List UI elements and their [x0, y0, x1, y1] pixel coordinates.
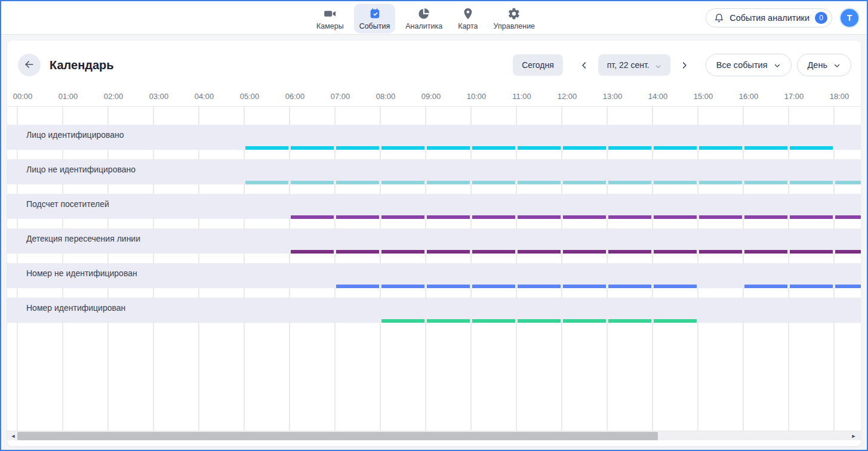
camera-icon	[324, 7, 337, 20]
hour-label: 11:00	[512, 92, 531, 101]
calendar-header: Календарь Сегодня пт, 22 сент. Все событ…	[7, 41, 861, 84]
hour-label: 13:00	[603, 92, 623, 101]
arrow-left-icon	[23, 58, 35, 72]
hour-label: 06:00	[285, 92, 305, 101]
nav-item-label: Управление	[494, 22, 535, 30]
nav-item-management[interactable]: Управление	[488, 4, 541, 33]
nav-item-map[interactable]: Карта	[453, 4, 483, 33]
pie-chart-icon	[417, 7, 430, 20]
nav-item-label: События	[359, 22, 390, 30]
analytics-events-button[interactable]: События аналитики 0	[706, 8, 832, 27]
hour-label: 14:00	[648, 92, 668, 101]
hour-label: 10:00	[467, 92, 487, 101]
grid-strip	[7, 150, 861, 159]
today-button[interactable]: Сегодня	[513, 54, 563, 76]
grid-strip	[7, 107, 861, 125]
topbar-right: События аналитики 0 T	[706, 8, 858, 27]
timeline: 00:0001:0002:0003:0004:0005:0006:0007:00…	[7, 41, 861, 446]
avatar[interactable]: T	[841, 9, 858, 27]
events-filter-dropdown[interactable]: Все события	[706, 54, 792, 76]
event-row: Номер идентифицирован	[7, 298, 861, 323]
event-row-label: Подсчет посетителей	[26, 199, 109, 209]
event-row-label: Лицо не идентифицировано	[26, 165, 136, 174]
hour-label: 15:00	[694, 92, 713, 101]
map-pin-icon	[461, 7, 475, 20]
bell-icon	[714, 13, 724, 23]
calendar-check-icon	[368, 7, 381, 20]
hour-label: 08:00	[376, 92, 396, 101]
event-row-label: Лицо идентифицировано	[26, 130, 124, 140]
nav-item-label: Аналитика	[405, 22, 442, 30]
nav-item-label: Камеры	[316, 22, 344, 30]
grid-strip	[7, 288, 861, 298]
event-row: Подсчет посетителей	[7, 194, 861, 219]
page-title: Календарь	[50, 58, 114, 72]
hour-label: 02:00	[104, 92, 124, 101]
back-button[interactable]	[18, 54, 41, 76]
main-nav: КамерыСобытияАналитикаКартаУправление	[311, 4, 540, 33]
hour-label: 12:00	[558, 92, 577, 101]
hour-label: 00:00	[13, 92, 33, 101]
hour-label: 16:00	[739, 92, 759, 101]
event-row: Номер не идентифицирован	[7, 263, 861, 288]
next-day-button[interactable]	[678, 58, 691, 72]
top-navigation-bar: КамерыСобытияАналитикаКартаУправление Со…	[1, 1, 867, 35]
hour-label: 17:00	[784, 92, 804, 101]
grid-strip	[7, 219, 861, 228]
events-count-badge: 0	[815, 12, 827, 24]
hour-label: 03:00	[149, 92, 169, 101]
grid-strip	[7, 184, 861, 194]
chevron-down-icon	[833, 61, 841, 69]
event-row: Лицо идентифицировано	[7, 125, 861, 150]
gear-icon	[507, 7, 521, 20]
event-row: Лицо не идентифицировано	[7, 159, 861, 184]
horizontal-scrollbar[interactable]: ◄ ►	[7, 431, 861, 440]
date-picker-value: пт, 22 сент.	[607, 60, 650, 70]
grid-strip	[7, 254, 861, 263]
analytics-events-label: События аналитики	[730, 13, 809, 23]
view-mode-dropdown[interactable]: День	[797, 54, 851, 76]
hour-label: 05:00	[240, 92, 260, 101]
event-row-label: Номер не идентифицирован	[26, 268, 137, 278]
events-filter-value: Все события	[716, 60, 768, 70]
event-row-label: Номер идентифицирован	[26, 303, 125, 313]
app-window: КамерыСобытияАналитикаКартаУправление Со…	[0, 0, 868, 451]
hour-label: 09:00	[421, 92, 441, 101]
date-picker[interactable]: пт, 22 сент.	[598, 54, 670, 76]
event-row-label: Детекция пересечения линии	[26, 234, 140, 243]
scroll-left-arrow[interactable]: ◄	[8, 431, 18, 441]
view-mode-value: День	[808, 60, 827, 70]
nav-item-label: Карта	[458, 22, 478, 30]
scrollbar-thumb[interactable]	[17, 432, 658, 440]
scroll-right-arrow[interactable]: ►	[849, 431, 858, 441]
hour-label: 01:00	[59, 92, 78, 101]
hour-label: 04:00	[195, 92, 214, 101]
calendar-card: Календарь Сегодня пт, 22 сент. Все событ…	[7, 41, 861, 446]
nav-item-events[interactable]: События	[354, 4, 396, 33]
nav-item-analytics[interactable]: Аналитика	[400, 4, 448, 33]
grid-strip	[7, 323, 861, 431]
chevron-down-icon	[774, 61, 781, 69]
nav-item-cameras[interactable]: Камеры	[311, 4, 349, 33]
hour-label: 07:00	[331, 92, 350, 101]
event-row: Детекция пересечения линии	[7, 228, 861, 254]
hour-label: 18:00	[830, 92, 849, 101]
chevron-down-icon	[655, 62, 661, 69]
prev-day-button[interactable]	[577, 58, 591, 72]
